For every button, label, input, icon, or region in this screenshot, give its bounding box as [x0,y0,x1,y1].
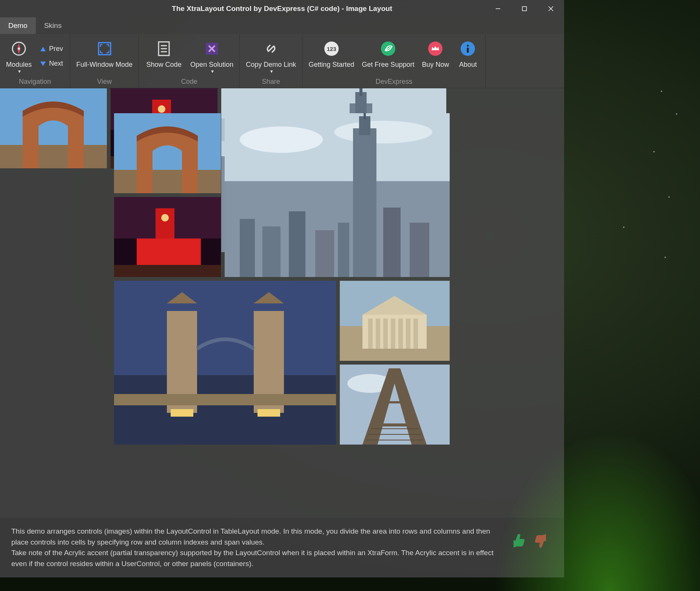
feedback-controls [510,526,553,550]
group-label-code: Code [141,75,237,86]
gallery-image-redtower[interactable] [114,197,221,277]
fullwindow-label: Full-Window Mode [76,60,133,69]
svg-rect-18 [467,48,469,53]
svg-rect-66 [171,409,193,417]
svg-rect-67 [257,409,280,417]
ribbon: Modules ▼ Prev Next Navigation [0,34,564,88]
description-text: This demo arranges controls (images) wit… [11,526,503,569]
svg-point-45 [161,214,169,222]
leaf-icon [380,41,396,57]
svg-point-17 [467,45,469,47]
svg-rect-20 [0,145,107,168]
ribbon-group-share: Copy Demo Link ▼ Share [240,34,302,88]
content-area: .gallery{all:unset;} .g-abs{position:abs… [0,88,564,518]
crown-icon [427,41,443,57]
svg-rect-56 [289,211,305,277]
about-label: About [459,60,477,69]
next-button[interactable]: Next [40,60,63,68]
svg-rect-59 [383,208,401,277]
ribbon-group-devexpress: 123 Getting Started Get Free Support Buy… [302,34,486,88]
thumbs-up-icon [510,533,526,549]
ribbon-group-code: Show Code Open Solution ▼ Code [139,34,240,88]
description-panel: This demo arranges controls (images) wit… [0,518,564,577]
triangle-up-icon [40,46,46,52]
ribbon-group-navigation: Modules ▼ Prev Next Navigation [0,34,70,88]
chevron-down-icon: ▼ [210,69,214,74]
window-title: The XtraLayout Control by DevExpress (C#… [172,5,392,13]
svg-rect-46 [114,265,221,277]
svg-rect-1 [523,7,527,11]
gallery-image-arc[interactable] [0,88,107,168]
svg-rect-51 [353,128,376,277]
copy-demo-link-button[interactable]: Copy Demo Link ▼ [242,37,300,75]
support-label: Get Free Support [362,60,414,69]
group-label-view: View [72,75,136,86]
copylink-label: Copy Demo Link [246,60,296,69]
tab-demo[interactable]: Demo [0,17,36,34]
full-window-mode-button[interactable]: Full-Window Mode [72,37,136,75]
minimize-button[interactable] [485,0,511,17]
svg-text:123: 123 [327,46,336,52]
prev-button[interactable]: Prev [40,45,63,53]
gallery-image-arc[interactable] [114,113,221,193]
about-button[interactable]: About [453,37,483,75]
svg-rect-54 [240,219,255,277]
svg-rect-65 [114,394,336,405]
thumbs-down-icon [533,533,549,549]
close-icon [548,6,554,11]
description-line2: Take note of the Acrylic accent (partial… [11,548,503,569]
triangle-down-icon [40,61,46,66]
open-solution-button[interactable]: Open Solution ▼ [187,37,237,75]
svg-rect-53 [364,113,366,119]
svg-rect-74 [391,319,395,349]
svg-rect-6 [99,43,111,55]
svg-point-48 [240,126,323,153]
svg-rect-60 [410,223,429,277]
thumbs-down-button[interactable] [533,533,549,550]
ribbon-group-view: Full-Window Mode View [70,34,139,88]
modules-button[interactable]: Modules ▼ [2,37,35,75]
gallery-image-eiffel[interactable] [340,365,450,445]
svg-rect-44 [137,239,201,265]
next-label: Next [49,60,63,68]
thumbs-up-button[interactable] [510,533,526,550]
svg-rect-71 [368,319,373,349]
svg-rect-77 [413,319,418,349]
window-controls [485,0,564,17]
showcode-label: Show Code [146,60,182,69]
gallery-image-theatre[interactable] [340,281,450,361]
gallery-image-bridge[interactable] [114,281,336,445]
show-code-button[interactable]: Show Code [141,37,187,75]
app-window: The XtraLayout Control by DevExpress (C#… [0,0,564,577]
svg-rect-61 [114,281,336,375]
group-label-share: Share [242,75,300,86]
ribbon-tabs: Demo Skins [0,17,564,34]
gallery-image-skyline[interactable] [225,113,450,277]
prev-label: Prev [49,45,63,53]
svg-rect-76 [406,319,410,349]
maximize-icon [522,6,527,11]
fullscreen-icon [97,41,113,57]
buy-now-button[interactable]: Buy Now [418,37,453,75]
minimize-icon [495,6,501,11]
vs-icon [204,41,220,57]
svg-point-5 [18,48,20,50]
svg-rect-62 [114,375,336,445]
modules-label: Modules [6,60,32,69]
compass-icon [11,41,27,57]
svg-rect-72 [376,319,380,349]
get-free-support-button[interactable]: Get Free Support [358,37,418,75]
svg-rect-40 [114,170,221,193]
svg-rect-32 [359,88,362,96]
one-two-three-icon: 123 [324,41,339,57]
tab-skins[interactable]: Skins [36,17,70,34]
svg-rect-57 [315,230,334,277]
close-button[interactable] [538,0,564,17]
getting-started-button[interactable]: 123 Getting Started [305,37,358,75]
maximize-button[interactable] [511,0,538,17]
svg-rect-55 [262,226,281,277]
opensolution-label: Open Solution [190,60,233,69]
info-icon [460,41,476,57]
titlebar: The XtraLayout Control by DevExpress (C#… [0,0,564,17]
document-icon [156,41,172,57]
